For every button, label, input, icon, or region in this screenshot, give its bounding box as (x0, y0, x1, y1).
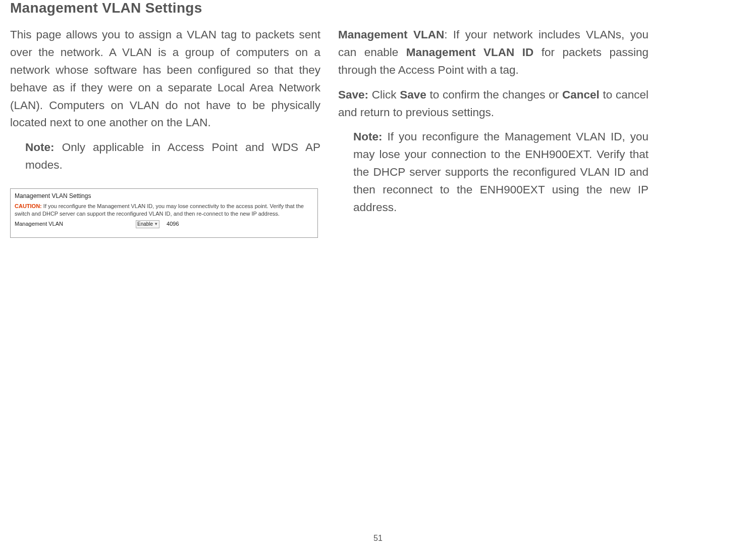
mgmt-vlan-row-label: Management VLAN (15, 220, 131, 228)
enable-dropdown[interactable]: Enable ▼ (136, 220, 159, 228)
note-block-right: Note: If you reconfigure the Management … (338, 128, 649, 216)
save-text-pre: Click (368, 88, 400, 101)
right-column: Management VLAN: If your network include… (338, 26, 649, 238)
chevron-down-icon: ▼ (154, 221, 158, 227)
caution-line: CAUTION: If you reconfigure the Manageme… (15, 203, 313, 218)
mgmt-vlan-id-bold: Management VLAN ID (406, 46, 533, 59)
save-label: Save: (338, 88, 368, 101)
settings-screenshot-panel: Management VLAN Settings CAUTION: If you… (10, 188, 318, 238)
screenshot-heading: Management VLAN Settings (15, 192, 313, 200)
mgmt-vlan-row: Management VLAN Enable ▼ 4096 (15, 220, 313, 228)
intro-paragraph: This page allows you to assign a VLAN ta… (10, 26, 320, 132)
two-column-layout: This page allows you to assign a VLAN ta… (10, 26, 746, 238)
enable-dropdown-value: Enable (137, 221, 153, 228)
note-text-right: If you reconfigure the Management VLAN I… (353, 130, 649, 214)
note-label: Note: (25, 141, 55, 154)
caution-label: CAUTION: (15, 203, 42, 209)
page-number: 51 (373, 534, 383, 543)
page-title: Management VLAN Settings (10, 0, 746, 16)
mgmt-vlan-label: Management VLAN (338, 28, 444, 41)
save-bold: Save (400, 88, 426, 101)
note-block-left: Note: Only applicable in Access Point an… (10, 139, 320, 174)
left-column: This page allows you to assign a VLAN ta… (10, 26, 320, 238)
note-text: Only applicable in Access Point and WDS … (25, 141, 320, 171)
cancel-bold: Cancel (562, 88, 600, 101)
vlan-id-value: 4096 (167, 220, 179, 228)
mgmt-vlan-paragraph: Management VLAN: If your network include… (338, 26, 649, 79)
note-label-right: Note: (353, 130, 383, 143)
save-paragraph: Save: Click Save to confirm the changes … (338, 86, 649, 122)
save-text-mid: to confirm the changes or (426, 88, 562, 101)
caution-text: If you reconfigure the Management VLAN I… (15, 203, 304, 217)
